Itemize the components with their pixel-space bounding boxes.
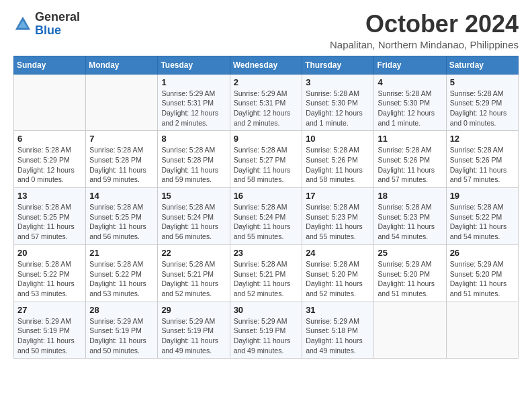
day-info: Sunrise: 5:28 AMSunset: 5:20 PMDaylight:… [306, 259, 370, 299]
day-number: 22 [161, 248, 226, 258]
day-number: 27 [17, 305, 82, 315]
header-day-wednesday: Wednesday [230, 56, 302, 74]
day-info: Sunrise: 5:28 AMSunset: 5:26 PMDaylight:… [378, 145, 442, 185]
calendar-cell: 9Sunrise: 5:28 AMSunset: 5:27 PMDaylight… [230, 131, 302, 188]
day-info: Sunrise: 5:29 AMSunset: 5:18 PMDaylight:… [306, 316, 370, 356]
calendar-cell: 21Sunrise: 5:28 AMSunset: 5:22 PMDayligh… [86, 244, 158, 302]
calendar-cell [446, 302, 518, 359]
calendar-cell: 30Sunrise: 5:29 AMSunset: 5:19 PMDayligh… [230, 302, 302, 359]
calendar-cell: 4Sunrise: 5:28 AMSunset: 5:30 PMDaylight… [374, 74, 446, 131]
day-number: 9 [234, 134, 299, 144]
header-day-saturday: Saturday [446, 56, 518, 74]
day-info: Sunrise: 5:28 AMSunset: 5:24 PMDaylight:… [161, 202, 226, 242]
calendar-cell: 10Sunrise: 5:28 AMSunset: 5:26 PMDayligh… [302, 131, 374, 188]
calendar-cell: 31Sunrise: 5:29 AMSunset: 5:18 PMDayligh… [302, 302, 374, 359]
calendar-cell: 29Sunrise: 5:29 AMSunset: 5:19 PMDayligh… [158, 302, 230, 359]
calendar-week-2: 6Sunrise: 5:28 AMSunset: 5:29 PMDaylight… [14, 131, 519, 188]
location-title: Napalitan, Northern Mindanao, Philippine… [330, 39, 519, 50]
day-number: 20 [17, 248, 82, 258]
day-number: 30 [234, 305, 299, 315]
calendar-cell [14, 74, 86, 131]
day-number: 2 [234, 77, 299, 87]
day-info: Sunrise: 5:28 AMSunset: 5:22 PMDaylight:… [89, 259, 154, 299]
day-number: 13 [17, 191, 82, 201]
calendar-cell: 28Sunrise: 5:29 AMSunset: 5:19 PMDayligh… [86, 302, 158, 359]
day-info: Sunrise: 5:29 AMSunset: 5:20 PMDaylight:… [450, 259, 515, 299]
calendar-cell: 25Sunrise: 5:29 AMSunset: 5:20 PMDayligh… [374, 244, 446, 302]
day-number: 31 [306, 305, 370, 315]
day-number: 16 [234, 191, 299, 201]
day-info: Sunrise: 5:28 AMSunset: 5:25 PMDaylight:… [17, 202, 82, 242]
day-info: Sunrise: 5:28 AMSunset: 5:22 PMDaylight:… [450, 202, 515, 242]
day-info: Sunrise: 5:28 AMSunset: 5:23 PMDaylight:… [306, 202, 370, 242]
month-title: October 2024 [330, 11, 519, 38]
day-number: 11 [378, 134, 442, 144]
day-info: Sunrise: 5:28 AMSunset: 5:26 PMDaylight:… [306, 145, 370, 185]
calendar-cell: 11Sunrise: 5:28 AMSunset: 5:26 PMDayligh… [374, 131, 446, 188]
day-info: Sunrise: 5:28 AMSunset: 5:30 PMDaylight:… [306, 89, 370, 128]
title-area: October 2024 Napalitan, Northern Mindana… [330, 11, 519, 50]
calendar-cell: 2Sunrise: 5:29 AMSunset: 5:31 PMDaylight… [230, 74, 302, 131]
calendar-cell: 5Sunrise: 5:28 AMSunset: 5:29 PMDaylight… [446, 74, 518, 131]
calendar-cell: 13Sunrise: 5:28 AMSunset: 5:25 PMDayligh… [14, 188, 86, 245]
day-info: Sunrise: 5:28 AMSunset: 5:27 PMDaylight:… [234, 145, 299, 185]
day-number: 4 [378, 77, 442, 87]
day-info: Sunrise: 5:29 AMSunset: 5:31 PMDaylight:… [161, 89, 226, 128]
calendar-cell: 15Sunrise: 5:28 AMSunset: 5:24 PMDayligh… [158, 188, 230, 245]
day-info: Sunrise: 5:28 AMSunset: 5:30 PMDaylight:… [378, 89, 442, 128]
calendar-cell: 14Sunrise: 5:28 AMSunset: 5:25 PMDayligh… [86, 188, 158, 245]
calendar-week-4: 20Sunrise: 5:28 AMSunset: 5:22 PMDayligh… [14, 244, 519, 302]
calendar-cell [86, 74, 158, 131]
day-number: 15 [161, 191, 226, 201]
day-number: 28 [89, 305, 154, 315]
header-day-friday: Friday [374, 56, 446, 74]
day-info: Sunrise: 5:28 AMSunset: 5:26 PMDaylight:… [450, 145, 515, 185]
day-number: 23 [234, 248, 299, 258]
logo-general: General [35, 10, 80, 24]
header-day-monday: Monday [86, 56, 158, 74]
calendar-cell: 18Sunrise: 5:28 AMSunset: 5:23 PMDayligh… [374, 188, 446, 245]
day-number: 1 [161, 77, 226, 87]
day-info: Sunrise: 5:29 AMSunset: 5:19 PMDaylight:… [161, 316, 226, 356]
day-info: Sunrise: 5:29 AMSunset: 5:19 PMDaylight:… [234, 316, 299, 356]
calendar-cell: 17Sunrise: 5:28 AMSunset: 5:23 PMDayligh… [302, 188, 374, 245]
day-info: Sunrise: 5:29 AMSunset: 5:31 PMDaylight:… [234, 89, 299, 128]
day-number: 25 [378, 248, 442, 258]
calendar-table: SundayMondayTuesdayWednesdayThursdayFrid… [13, 56, 519, 359]
calendar-cell: 12Sunrise: 5:28 AMSunset: 5:26 PMDayligh… [446, 131, 518, 188]
day-info: Sunrise: 5:28 AMSunset: 5:23 PMDaylight:… [378, 202, 442, 242]
day-number: 12 [450, 134, 515, 144]
day-number: 7 [89, 134, 154, 144]
day-info: Sunrise: 5:29 AMSunset: 5:19 PMDaylight:… [89, 316, 154, 356]
day-info: Sunrise: 5:28 AMSunset: 5:22 PMDaylight:… [17, 259, 82, 299]
day-info: Sunrise: 5:28 AMSunset: 5:24 PMDaylight:… [234, 202, 299, 242]
calendar-header-row: SundayMondayTuesdayWednesdayThursdayFrid… [14, 56, 519, 74]
day-number: 8 [161, 134, 226, 144]
day-number: 21 [89, 248, 154, 258]
calendar-cell: 1Sunrise: 5:29 AMSunset: 5:31 PMDaylight… [158, 74, 230, 131]
calendar-cell: 24Sunrise: 5:28 AMSunset: 5:20 PMDayligh… [302, 244, 374, 302]
calendar-cell: 16Sunrise: 5:28 AMSunset: 5:24 PMDayligh… [230, 188, 302, 245]
logo-icon [13, 15, 32, 34]
day-number: 24 [306, 248, 370, 258]
calendar-cell: 20Sunrise: 5:28 AMSunset: 5:22 PMDayligh… [14, 244, 86, 302]
day-info: Sunrise: 5:28 AMSunset: 5:29 PMDaylight:… [450, 89, 515, 128]
logo: General Blue [13, 11, 80, 38]
day-info: Sunrise: 5:28 AMSunset: 5:29 PMDaylight:… [17, 145, 82, 185]
day-number: 17 [306, 191, 370, 201]
day-number: 26 [450, 248, 515, 258]
day-info: Sunrise: 5:28 AMSunset: 5:28 PMDaylight:… [161, 145, 226, 185]
day-number: 18 [378, 191, 442, 201]
calendar-cell: 8Sunrise: 5:28 AMSunset: 5:28 PMDaylight… [158, 131, 230, 188]
day-number: 3 [306, 77, 370, 87]
day-number: 10 [306, 134, 370, 144]
day-number: 19 [450, 191, 515, 201]
calendar-cell: 22Sunrise: 5:28 AMSunset: 5:21 PMDayligh… [158, 244, 230, 302]
page-header: General Blue October 2024 Napalitan, Nor… [13, 11, 519, 50]
header-day-tuesday: Tuesday [158, 56, 230, 74]
calendar-cell: 27Sunrise: 5:29 AMSunset: 5:19 PMDayligh… [14, 302, 86, 359]
day-number: 29 [161, 305, 226, 315]
calendar-week-5: 27Sunrise: 5:29 AMSunset: 5:19 PMDayligh… [14, 302, 519, 359]
day-number: 6 [17, 134, 82, 144]
logo-blue: Blue [35, 24, 61, 37]
